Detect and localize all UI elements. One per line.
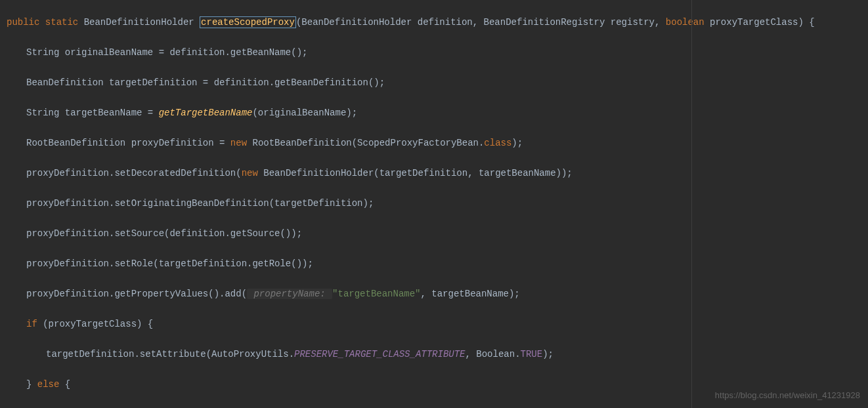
code-line-4[interactable]: String targetBeanName = getTargetBeanNam… [7, 106, 861, 121]
static-ref: TRUE [521, 349, 543, 359]
code-line-9[interactable]: proxyDefinition.setRole(targetDefinition… [7, 256, 861, 272]
string-literal: "targetBeanName" [332, 289, 420, 299]
code-line-12[interactable]: targetDefinition.setAttribute(AutoProxyU… [7, 347, 861, 362]
method-name-highlighted[interactable]: createScopedProxy [200, 16, 296, 28]
keyword-new: new [242, 168, 258, 178]
keyword-boolean: boolean [666, 17, 705, 28]
code-line-6[interactable]: proxyDefinition.setDecoratedDefinition(n… [7, 166, 861, 181]
code-line-3[interactable]: BeanDefinition targetDefinition = defini… [7, 75, 861, 91]
keyword-class: class [484, 138, 511, 148]
code-line-1[interactable]: public static BeanDefinitionHolder creat… [7, 15, 861, 30]
keyword-static: static [45, 17, 78, 28]
code-line-2[interactable]: String originalBeanName = definition.get… [7, 45, 861, 60]
code-line-7[interactable]: proxyDefinition.setOriginatingBeanDefini… [7, 196, 861, 211]
return-type: BeanDefinitionHolder [84, 17, 194, 28]
static-field: PRESERVE_TARGET_CLASS_ATTRIBUTE [294, 349, 465, 359]
code-line-10[interactable]: proxyDefinition.getPropertyValues().add(… [7, 287, 861, 302]
parameter-hint: propertyName: [247, 289, 332, 299]
keyword-if: if [26, 319, 37, 329]
keyword-new: new [230, 138, 247, 148]
params: (BeanDefinitionHolder definition, BeanDe… [296, 17, 666, 28]
params-rest: proxyTargetClass) { [705, 17, 815, 28]
keyword-public: public [7, 17, 39, 28]
code-line-11[interactable]: if (proxyTargetClass) { [7, 317, 861, 332]
editor-margin-line [691, 0, 692, 408]
watermark-text: https://blog.csdn.net/weixin_41231928 [715, 388, 860, 403]
static-method-call: getTargetBeanName [159, 108, 253, 118]
code-line-8[interactable]: proxyDefinition.setSource(definition.get… [7, 226, 861, 241]
keyword-else: else [37, 379, 60, 390]
code-editor[interactable]: public static BeanDefinitionHolder creat… [0, 0, 868, 408]
code-line-5[interactable]: RootBeanDefinition proxyDefinition = new… [7, 136, 861, 151]
